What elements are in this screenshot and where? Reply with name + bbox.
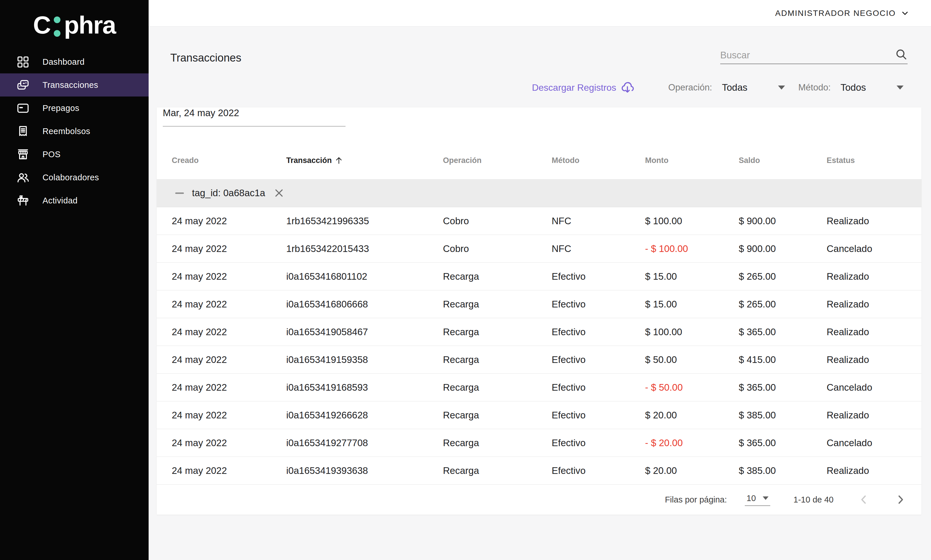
table-row[interactable]: 24 may 2022 i0a1653419266628 Recarga Efe… (157, 402, 922, 429)
cell-creado: 24 may 2022 (172, 326, 286, 337)
chevron-down-icon (900, 9, 909, 18)
search-field (720, 48, 908, 64)
cell-monto: - $ 20.00 (645, 437, 739, 448)
cell-monto: $ 20.00 (645, 410, 739, 421)
app-logo[interactable]: C phra (0, 10, 149, 40)
table-row[interactable]: 24 may 2022 i0a1653419277708 Recarga Efe… (157, 429, 922, 457)
operation-select[interactable]: Todas (722, 82, 785, 93)
cell-operacion: Recarga (443, 382, 552, 393)
cell-estatus: Realizado (827, 299, 922, 310)
method-select[interactable]: Todos (840, 82, 903, 93)
date-field[interactable]: Mar, 24 may 2022 (163, 108, 345, 126)
table-row[interactable]: 24 may 2022 i0a1653419159358 Recarga Efe… (157, 346, 922, 374)
cell-operacion: Recarga (443, 271, 552, 282)
dropdown-caret-icon (763, 497, 769, 500)
filter-chip-dash-icon (175, 192, 184, 194)
sidebar-item-transacciones[interactable]: Transacciones (0, 73, 149, 97)
topbar: ADMINISTRADOR NEGOCIO (149, 0, 931, 26)
cell-saldo: $ 265.00 (739, 271, 827, 282)
previous-page-icon[interactable] (858, 494, 870, 506)
operation-select-value: Todas (722, 82, 748, 93)
receipt-icon (16, 125, 30, 138)
column-header-operacion[interactable]: Operación (443, 156, 552, 165)
cell-operacion: Recarga (443, 465, 552, 476)
sidebar-item-pos[interactable]: POS (0, 143, 149, 166)
cell-transaccion: i0a1653419168593 (286, 382, 443, 393)
table-row[interactable]: 24 may 2022 1rb1653421996335 Cobro NFC $… (157, 207, 922, 235)
sidebar-item-reembolsos[interactable]: Reembolsos (0, 120, 149, 143)
cell-transaccion: i0a1653419266628 (286, 410, 443, 421)
sidebar-item-actividad[interactable]: Actividad (0, 189, 149, 212)
account-menu-button[interactable]: ADMINISTRADOR NEGOCIO (775, 9, 909, 18)
pagination-bar: Filas por página: 10 1-10 de 40 (157, 485, 922, 515)
cell-transaccion: i0a1653416806668 (286, 299, 443, 310)
table-body: 24 may 2022 1rb1653421996335 Cobro NFC $… (157, 207, 922, 485)
sidebar: C phra Dashboard (0, 0, 149, 560)
download-records-label: Descargar Registros (532, 82, 617, 93)
cell-operacion: Recarga (443, 326, 552, 337)
main-content: Transacciones Descargar Registros Operac… (149, 26, 931, 515)
download-records-link[interactable]: Descargar Registros (532, 81, 634, 94)
cell-transaccion: 1rb1653422015433 (286, 243, 443, 254)
table-row[interactable]: 24 may 2022 i0a1653416801102 Recarga Efe… (157, 263, 922, 291)
cell-saldo: $ 415.00 (739, 354, 827, 365)
search-icon[interactable] (895, 48, 908, 61)
cell-creado: 24 may 2022 (172, 299, 286, 310)
cell-creado: 24 may 2022 (172, 215, 286, 226)
cell-transaccion: 1rb1653421996335 (286, 215, 443, 226)
logo-colon-dots (54, 17, 60, 37)
cell-operacion: Cobro (443, 215, 552, 226)
column-header-transaccion[interactable]: Transacción (286, 156, 443, 165)
column-header-creado[interactable]: Creado (172, 156, 286, 165)
dropdown-caret-icon (897, 86, 903, 89)
table-header-row: Creado Transacción Operación Método Mont… (157, 142, 922, 179)
cell-saldo: $ 365.00 (739, 437, 827, 448)
column-header-metodo[interactable]: Método (552, 156, 645, 165)
sidebar-item-colaboradores[interactable]: Colaboradores (0, 166, 149, 189)
cell-saldo: $ 365.00 (739, 326, 827, 337)
table-row[interactable]: 24 may 2022 i0a1653419393638 Recarga Efe… (157, 457, 922, 485)
barrier-icon (16, 194, 30, 208)
table-row[interactable]: 24 may 2022 i0a1653419168593 Recarga Efe… (157, 374, 922, 402)
sidebar-item-prepagos[interactable]: Prepagos (0, 97, 149, 120)
cell-saldo: $ 365.00 (739, 382, 827, 393)
cell-metodo: Efectivo (552, 271, 645, 282)
cell-estatus: Realizado (827, 215, 922, 226)
cell-creado: 24 may 2022 (172, 354, 286, 365)
cell-creado: 24 may 2022 (172, 437, 286, 448)
rows-per-page-label: Filas por página: (665, 495, 727, 505)
cell-operacion: Recarga (443, 299, 552, 310)
table-row[interactable]: 24 may 2022 1rb1653422015433 Cobro NFC -… (157, 235, 922, 263)
sidebar-item-dashboard[interactable]: Dashboard (0, 50, 149, 73)
method-filter-label: Método: (798, 82, 831, 93)
cell-metodo: NFC (552, 243, 645, 254)
account-label: ADMINISTRADOR NEGOCIO (775, 9, 896, 18)
cell-operacion: Recarga (443, 437, 552, 448)
cell-estatus: Cancelado (827, 382, 922, 393)
rows-per-page-select[interactable]: 10 (745, 494, 770, 506)
people-icon (16, 171, 30, 185)
dropdown-caret-icon (778, 86, 785, 89)
cell-monto: $ 100.00 (645, 215, 739, 226)
filter-chip-close-icon[interactable] (273, 187, 285, 199)
cell-estatus: Realizado (827, 326, 922, 337)
sidebar-item-label: Colaboradores (43, 173, 99, 182)
table-row[interactable]: 24 may 2022 i0a1653419058467 Recarga Efe… (157, 318, 922, 346)
column-header-monto[interactable]: Monto (645, 156, 739, 165)
cell-transaccion: i0a1653419277708 (286, 437, 443, 448)
cell-metodo: NFC (552, 215, 645, 226)
column-header-estatus[interactable]: Estatus (827, 156, 922, 165)
cell-saldo: $ 385.00 (739, 410, 827, 421)
search-input[interactable] (720, 50, 892, 61)
cell-metodo: Efectivo (552, 410, 645, 421)
method-select-value: Todos (840, 82, 866, 93)
next-page-icon[interactable] (894, 494, 906, 506)
filter-chip-label: tag_id: 0a68ac1a (192, 188, 265, 198)
cell-metodo: Efectivo (552, 299, 645, 310)
cell-metodo: Efectivo (552, 465, 645, 476)
cell-estatus: Realizado (827, 354, 922, 365)
column-header-saldo[interactable]: Saldo (739, 156, 827, 165)
cell-saldo: $ 385.00 (739, 465, 827, 476)
sidebar-item-label: Dashboard (43, 57, 85, 67)
table-row[interactable]: 24 may 2022 i0a1653416806668 Recarga Efe… (157, 291, 922, 318)
